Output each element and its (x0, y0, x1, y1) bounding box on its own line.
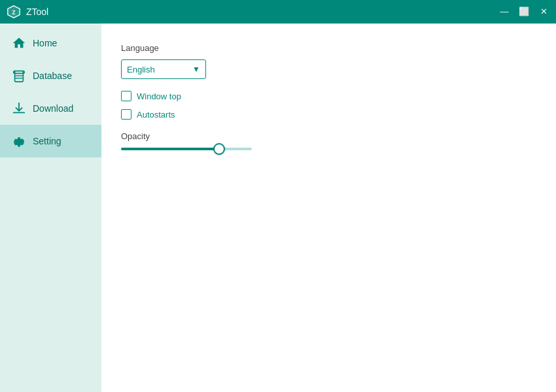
svg-text:Z: Z (12, 10, 15, 16)
sidebar: Home Database Download Setting (0, 24, 101, 392)
close-button[interactable]: ✕ (538, 6, 549, 18)
content-area: Language English ▼ Window top Autostarts… (101, 24, 556, 392)
opacity-slider-fill (121, 148, 219, 150)
opacity-slider-thumb[interactable] (213, 143, 225, 155)
sidebar-item-download[interactable]: Download (0, 92, 101, 125)
language-section-label: Language (121, 43, 536, 53)
autostarts-row: Autostarts (121, 109, 536, 120)
maximize-button[interactable]: ⬜ (518, 6, 530, 18)
autostarts-label: Autostarts (137, 110, 175, 120)
title-bar: Z ZTool — ⬜ ✕ (0, 0, 556, 24)
window-top-label: Window top (137, 91, 181, 101)
sidebar-item-setting[interactable]: Setting (0, 125, 101, 157)
sidebar-item-home-label: Home (33, 38, 57, 48)
window-top-checkbox[interactable] (121, 91, 131, 101)
language-dropdown[interactable]: English ▼ (121, 59, 206, 79)
autostarts-checkbox[interactable] (121, 109, 131, 120)
download-icon (12, 101, 26, 116)
gear-icon (12, 134, 26, 148)
sidebar-item-setting-label: Setting (33, 136, 61, 146)
sidebar-item-database[interactable]: Database (0, 59, 101, 92)
window-controls: — ⬜ ✕ (498, 6, 549, 18)
opacity-slider-track[interactable] (121, 148, 252, 150)
app-title: ZTool (26, 7, 498, 17)
sidebar-item-database-label: Database (33, 71, 72, 81)
sidebar-item-download-label: Download (33, 103, 73, 114)
sidebar-item-home[interactable]: Home (0, 27, 101, 59)
home-icon (12, 36, 26, 50)
opacity-section-label: Opacity (121, 131, 536, 141)
window-top-row: Window top (121, 91, 536, 101)
language-selected-text: English (127, 65, 155, 74)
app-logo-icon: Z (7, 5, 21, 19)
main-layout: Home Database Download Setting Langu (0, 24, 556, 392)
dropdown-arrow-icon: ▼ (192, 65, 200, 74)
database-icon (12, 69, 26, 83)
opacity-section: Opacity (121, 131, 536, 150)
minimize-button[interactable]: — (498, 6, 510, 18)
